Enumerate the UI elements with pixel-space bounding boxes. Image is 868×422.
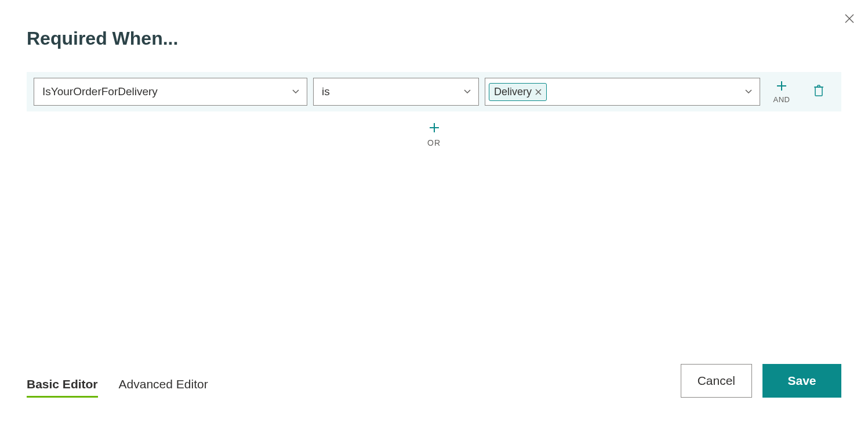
condition-row: IsYourOrderForDelivery is Delivery AND xyxy=(27,72,841,111)
footer: Basic Editor Advanced Editor Cancel Save xyxy=(27,364,841,398)
or-label: OR xyxy=(427,138,441,147)
trash-icon xyxy=(813,84,825,99)
editor-tabs: Basic Editor Advanced Editor xyxy=(27,377,208,398)
svg-rect-6 xyxy=(815,87,822,96)
add-or-button[interactable]: OR xyxy=(27,122,841,147)
operator-dropdown-value: is xyxy=(314,85,478,98)
tab-basic-editor[interactable]: Basic Editor xyxy=(27,377,98,398)
chevron-down-icon xyxy=(744,86,753,97)
close-button[interactable] xyxy=(842,12,856,26)
footer-buttons: Cancel Save xyxy=(681,364,841,398)
field-dropdown[interactable]: IsYourOrderForDelivery xyxy=(34,78,307,106)
cancel-button[interactable]: Cancel xyxy=(681,364,752,398)
value-tag-label: Delivery xyxy=(494,86,532,98)
save-button[interactable]: Save xyxy=(762,364,841,398)
plus-icon xyxy=(776,80,787,94)
remove-tag-button[interactable] xyxy=(535,89,542,95)
field-dropdown-value: IsYourOrderForDelivery xyxy=(34,85,307,98)
value-dropdown[interactable]: Delivery xyxy=(485,78,760,106)
add-and-button[interactable]: AND xyxy=(766,80,797,104)
operator-dropdown[interactable]: is xyxy=(313,78,479,106)
delete-row-button[interactable] xyxy=(803,84,834,99)
dialog-title: Required When... xyxy=(27,28,178,49)
and-label: AND xyxy=(773,95,790,104)
tab-advanced-editor[interactable]: Advanced Editor xyxy=(119,377,208,398)
plus-icon xyxy=(428,122,440,136)
value-tag: Delivery xyxy=(489,83,547,101)
